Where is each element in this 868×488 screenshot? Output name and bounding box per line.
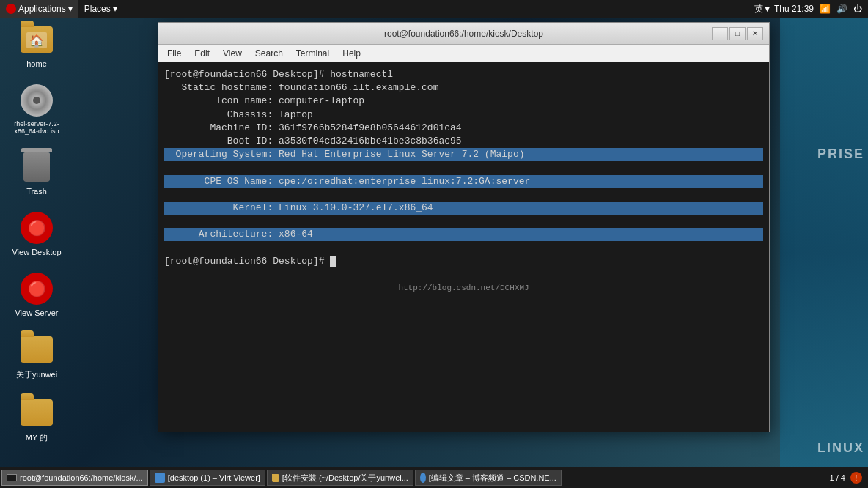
desktop-icon-my-de[interactable]: MY 的 [7, 395, 66, 443]
taskbar-terminal-icon [7, 474, 17, 481]
places-label: Places [84, 4, 111, 14]
minimize-button[interactable]: — [712, 27, 728, 40]
trash-icon-label: Trash [26, 187, 47, 196]
desktop-icon-view-desktop[interactable]: 🔴 View Desktop [7, 210, 66, 256]
redhat-icon [6, 4, 16, 14]
enterprise-text-line1: PRISE [817, 147, 864, 162]
menu-file[interactable]: File [161, 47, 187, 60]
taskbar-blog-icon [420, 473, 426, 483]
terminal-line-highlight-2: CPE OS Name: cpe:/o:redhat:enterprise_li… [164, 175, 763, 188]
menu-terminal[interactable]: Terminal [290, 47, 335, 60]
taskbar: root@foundation66:/home/kiosk/... [deskt… [0, 467, 868, 488]
terminal-menubar: File Edit View Search Terminal Help [158, 45, 769, 62]
taskbar-virt-viewer[interactable]: [desktop (1) – Virt Viewer] [150, 470, 265, 486]
terminal-window: root@foundation66:/home/kiosk/Desktop — … [158, 22, 770, 432]
page-indicator: 1 / 4 [830, 473, 845, 482]
view-desktop-label: View Desktop [12, 248, 61, 256]
taskbar-install-label: [软件安装 (~/Desktop/关于yunwei... [282, 473, 408, 484]
taskbar-blog-label: [编辑文章 – 博客频道 – CSDN.NE... [429, 473, 556, 484]
menu-view[interactable]: View [217, 47, 248, 60]
home-icon-label: home [26, 59, 47, 68]
top-panel-left: Applications ▾ Places ▾ [0, 0, 123, 18]
home-folder-icon: 🏠 [19, 22, 54, 57]
taskbar-install[interactable]: [软件安装 (~/Desktop/关于yunwei... [267, 470, 413, 486]
view-desktop-icon: 🔴 [19, 210, 54, 245]
desktop-icon-dvd[interactable]: rhel-server-7.2-x86_64-dvd.iso [7, 83, 66, 135]
desktop: Applications ▾ Places ▾ 英▼ Thu 21:39 📶 🔊… [0, 0, 868, 488]
applications-label: Applications [18, 4, 66, 14]
view-server-icon: 🔴 [19, 271, 54, 306]
top-panel: Applications ▾ Places ▾ 英▼ Thu 21:39 📶 🔊… [0, 0, 868, 18]
terminal-titlebar: root@foundation66:/home/kiosk/Desktop — … [158, 23, 769, 45]
places-chevron: ▾ [113, 4, 117, 14]
maximize-button[interactable]: □ [729, 27, 746, 40]
page-indicator-icon: ! [850, 472, 862, 484]
dvd-icon-label: rhel-server-7.2-x86_64-dvd.iso [14, 120, 59, 135]
menu-search[interactable]: Search [249, 47, 289, 60]
applications-menu[interactable]: Applications ▾ [0, 0, 78, 18]
taskbar-install-icon [272, 474, 279, 482]
taskbar-blog[interactable]: [编辑文章 – 博客频道 – CSDN.NE... [415, 470, 562, 486]
wifi-icon: 📶 [820, 4, 831, 14]
top-panel-right: 英▼ Thu 21:39 📶 🔊 ⏻ [754, 3, 868, 15]
terminal-line-highlight-1: Operating System: Red Hat Enterprise Lin… [164, 148, 763, 161]
desktop-icon-about-yunwei[interactable]: 关于yunwei [7, 332, 66, 380]
about-yunwei-folder-icon [19, 332, 54, 367]
view-server-label: View Server [15, 308, 58, 317]
my-de-folder-icon [19, 395, 54, 430]
close-button[interactable]: ✕ [747, 27, 763, 40]
enterprise-text-line2: LINUX [817, 440, 864, 456]
about-yunwei-label: 关于yunwei [16, 369, 57, 380]
terminal-line-1: [root@foundation66 Desktop]# hostnamectl… [164, 69, 462, 147]
menu-edit[interactable]: Edit [188, 47, 216, 60]
desktop-icon-home[interactable]: 🏠 home [7, 22, 66, 68]
terminal-line-highlight-3: Kernel: Linux 3.10.0-327.el7.x86_64 [164, 202, 763, 215]
taskbar-virt-icon [155, 473, 165, 483]
applications-chevron: ▾ [68, 4, 73, 14]
terminal-prompt: [root@foundation66 Desktop]# [164, 256, 336, 267]
taskbar-right: 1 / 4 ! [830, 472, 867, 484]
taskbar-terminal-label: root@foundation66:/home/kiosk/... [20, 473, 143, 482]
power-icon: ⏻ [853, 4, 862, 14]
terminal-watermark: http://blog.csdn.net/DCHXMJ [164, 283, 763, 294]
terminal-cursor [330, 256, 336, 267]
terminal-line-highlight-4: Architecture: x86-64 [164, 228, 763, 241]
desktop-icon-view-server[interactable]: 🔴 View Server [7, 271, 66, 317]
desktop-icons: 🏠 home rhel-server-7.2-x86_64-dvd.iso Tr… [7, 22, 66, 443]
taskbar-virt-label: [desktop (1) – Virt Viewer] [168, 473, 260, 482]
menu-help[interactable]: Help [336, 47, 367, 60]
desktop-icon-trash[interactable]: Trash [7, 149, 66, 196]
volume-icon: 🔊 [836, 4, 847, 14]
trash-bin-icon [19, 149, 54, 185]
taskbar-terminal[interactable]: root@foundation66:/home/kiosk/... [1, 470, 148, 486]
system-info: 英▼ Thu 21:39 [754, 3, 814, 15]
dvd-disc-icon [19, 83, 54, 118]
terminal-controls: — □ ✕ [712, 27, 763, 40]
places-menu[interactable]: Places ▾ [78, 0, 123, 18]
terminal-title: root@foundation66:/home/kiosk/Desktop [216, 29, 712, 39]
my-de-label: MY 的 [26, 432, 48, 443]
enterprise-text: PRISE LINUX [817, 147, 864, 456]
terminal-content[interactable]: [root@foundation66 Desktop]# hostnamectl… [158, 62, 769, 432]
